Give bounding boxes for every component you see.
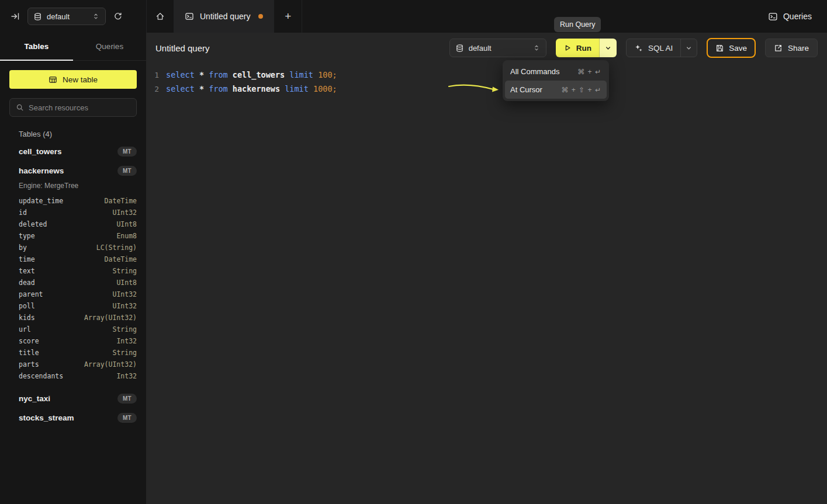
- app-root: default Untitled query + Qu: [0, 0, 827, 504]
- sidebar-tabs: Tables Queries: [0, 33, 146, 61]
- table-name: hackernews: [19, 166, 64, 175]
- sql-ai-options-button[interactable]: [680, 39, 697, 57]
- run-button[interactable]: Run: [556, 39, 599, 57]
- table-name: nyc_taxi: [19, 394, 50, 403]
- column-row[interactable]: scoreInt32: [9, 335, 137, 347]
- code-content: select * from cell_towers limit 100;: [166, 70, 337, 79]
- code-token: 100;: [318, 70, 337, 79]
- code-token: cell_towers: [233, 70, 290, 79]
- run-menu-item-shortcut: ⌘ + ⇧ + ↵: [562, 86, 601, 94]
- column-name: type: [19, 232, 35, 240]
- tables-list: cell_towers MT hackernews MT Engine: Mer…: [9, 142, 137, 427]
- column-row[interactable]: partsArray(UInt32): [9, 359, 137, 370]
- queries-button-label: Queries: [783, 12, 812, 21]
- run-menu-item[interactable]: At Cursor⌘ + ⇧ + ↵: [505, 81, 607, 99]
- tables-section-label: Tables (4): [9, 130, 137, 138]
- table-item-nyc-taxi[interactable]: nyc_taxi MT: [9, 389, 137, 408]
- collapse-sidebar-icon: [11, 12, 20, 21]
- save-button[interactable]: Save: [707, 38, 756, 58]
- search-input[interactable]: [29, 103, 130, 112]
- column-row[interactable]: update_timeDateTime: [9, 195, 137, 207]
- search-icon: [16, 103, 24, 112]
- column-row[interactable]: textString: [9, 265, 137, 277]
- main-header: Untitled query default Run: [146, 33, 827, 63]
- run-menu-item-shortcut: ⌘ + ↵: [577, 68, 601, 76]
- database-selector-topbar[interactable]: default: [27, 8, 106, 25]
- column-row[interactable]: urlString: [9, 324, 137, 335]
- column-type: UInt32: [112, 302, 137, 310]
- column-row[interactable]: byLC(String): [9, 242, 137, 253]
- sidebar: Tables Queries New table Tables (4): [0, 33, 146, 504]
- console-icon: [185, 12, 194, 21]
- column-type: Array(UInt32): [84, 360, 137, 369]
- plus-icon: +: [285, 10, 291, 23]
- column-name: parts: [19, 360, 39, 369]
- code-token: from: [209, 84, 233, 93]
- column-type: UInt8: [116, 220, 137, 228]
- column-row[interactable]: parentUInt32: [9, 289, 137, 300]
- column-row[interactable]: titleString: [9, 347, 137, 359]
- column-name: time: [19, 255, 35, 263]
- refresh-button[interactable]: [113, 12, 123, 21]
- share-button[interactable]: Share: [765, 39, 818, 57]
- code-line[interactable]: 1select * from cell_towers limit 100;: [146, 68, 827, 82]
- run-split-button: Run: [556, 39, 617, 57]
- column-row[interactable]: timeDateTime: [9, 253, 137, 265]
- code-token: select: [166, 70, 199, 79]
- sql-editor[interactable]: 1select * from cell_towers limit 100;2se…: [146, 63, 827, 96]
- save-button-label: Save: [729, 44, 747, 53]
- column-row[interactable]: deletedUInt8: [9, 218, 137, 230]
- tabstrip: Untitled query +: [146, 0, 302, 33]
- sidebar-tab-queries[interactable]: Queries: [73, 33, 146, 60]
- share-icon: [774, 44, 783, 53]
- run-menu-item[interactable]: All Commands⌘ + ↵: [505, 62, 607, 81]
- unsaved-changes-dot: [258, 14, 263, 19]
- new-table-button[interactable]: New table: [9, 70, 137, 89]
- column-name: deleted: [19, 220, 47, 228]
- column-row[interactable]: typeEnum8: [9, 230, 137, 242]
- table-item-cell-towers[interactable]: cell_towers MT: [9, 142, 137, 161]
- sql-ai-button[interactable]: SQL AI: [627, 39, 680, 57]
- code-token: limit: [285, 84, 313, 93]
- line-number: 1: [146, 71, 159, 79]
- run-menu-item-label: At Cursor: [510, 85, 542, 94]
- table-item-hackernews[interactable]: hackernews MT: [9, 161, 137, 180]
- query-title: Untitled query: [155, 43, 210, 53]
- column-row[interactable]: idUInt32: [9, 207, 137, 218]
- column-row[interactable]: deadUInt8: [9, 277, 137, 289]
- queries-button[interactable]: Queries: [768, 12, 812, 22]
- refresh-icon: [113, 12, 123, 21]
- run-options-button[interactable]: [599, 39, 617, 57]
- new-table-label: New table: [63, 75, 98, 84]
- code-line[interactable]: 2select * from hackernews limit 1000;: [146, 82, 827, 96]
- engine-badge: MT: [117, 413, 137, 423]
- topbar: default Untitled query + Qu: [0, 0, 827, 33]
- collapse-sidebar-button[interactable]: [11, 12, 20, 21]
- new-tab-button[interactable]: +: [274, 0, 302, 33]
- chevron-down-icon: [685, 44, 693, 52]
- queries-icon: [768, 12, 778, 22]
- column-row[interactable]: kidsArray(UInt32): [9, 312, 137, 324]
- home-icon: [155, 12, 165, 21]
- column-name: text: [19, 267, 35, 275]
- sidebar-tab-tables[interactable]: Tables: [0, 33, 73, 60]
- tab-untitled-query[interactable]: Untitled query: [174, 0, 274, 33]
- column-row[interactable]: descendantsInt32: [9, 370, 137, 382]
- code-token: *: [199, 84, 209, 93]
- database-icon: [455, 44, 464, 53]
- column-type: DateTime: [105, 255, 137, 263]
- table-icon: [49, 75, 57, 84]
- table-item-stocks-stream[interactable]: stocks_stream MT: [9, 408, 137, 427]
- column-row[interactable]: pollUInt32: [9, 300, 137, 312]
- database-selector-toolbar[interactable]: default: [449, 39, 546, 57]
- code-token: 1000;: [313, 84, 337, 93]
- sql-ai-split-button: SQL AI: [626, 39, 697, 57]
- code-token: *: [199, 70, 209, 79]
- code-token: select: [166, 84, 199, 93]
- column-name: score: [19, 337, 39, 345]
- table-name: cell_towers: [19, 147, 62, 156]
- run-query-tooltip: Run Query: [554, 17, 601, 32]
- home-tab[interactable]: [146, 0, 174, 33]
- sparkles-icon: [634, 44, 643, 53]
- code-token: limit: [289, 70, 318, 79]
